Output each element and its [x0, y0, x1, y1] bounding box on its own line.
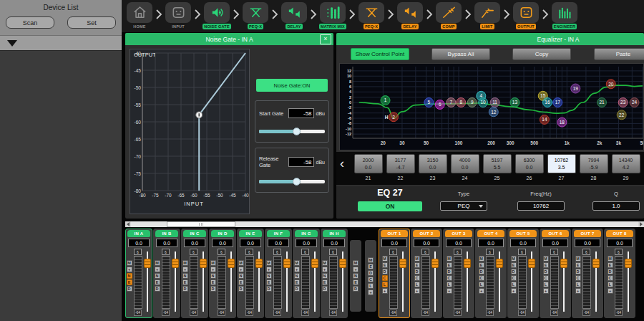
- channel-fader[interactable]: [200, 249, 208, 315]
- channel-button-d[interactable]: D: [608, 269, 613, 274]
- channel-button-e[interactable]: E: [353, 279, 358, 285]
- channel-fader[interactable]: [339, 249, 347, 315]
- channel-button-l[interactable]: L: [608, 282, 613, 287]
- channel-button-m[interactable]: M: [210, 260, 216, 266]
- band-cell[interactable]: 143404.2: [612, 154, 640, 173]
- channel-gain-value[interactable]: 0.0: [575, 239, 600, 247]
- channel-button-m[interactable]: M: [608, 256, 613, 262]
- eq-control-point-12[interactable]: 12: [489, 107, 498, 117]
- eq-control-point-21[interactable]: 21: [597, 98, 607, 107]
- eq-band-27[interactable]: 107623.527: [545, 154, 577, 181]
- channel-button-d[interactable]: D: [322, 286, 328, 292]
- channel-button-e[interactable]: E: [182, 279, 188, 285]
- channel-button-+[interactable]: +: [182, 267, 188, 272]
- channel-strip-out-5[interactable]: OUT 50.0MEDCL+6-64: [507, 229, 539, 318]
- channel-strip-in-b[interactable]: IN B0.0M+NED6-64: [153, 229, 180, 318]
- channel-button-l[interactable]: L: [479, 282, 484, 287]
- channel-button-m[interactable]: M: [543, 256, 549, 262]
- type-dropdown[interactable]: PEQ: [440, 201, 487, 211]
- eq-control-point-14[interactable]: 14: [540, 115, 549, 124]
- channel-button-e[interactable]: E: [382, 262, 388, 268]
- band-cell[interactable]: 51975.5: [483, 154, 512, 173]
- fader-thumb[interactable]: [255, 259, 263, 268]
- freq-field[interactable]: 10762: [517, 201, 565, 211]
- channel-button-c[interactable]: C: [479, 275, 484, 281]
- channel-button-e[interactable]: E: [294, 279, 300, 285]
- channel-button-d[interactable]: D: [382, 269, 388, 274]
- channel-button-e[interactable]: E: [608, 262, 613, 268]
- channel-button-n[interactable]: N: [322, 273, 328, 279]
- channel-button-m[interactable]: M: [479, 256, 484, 262]
- band-cell[interactable]: 7994-5.9: [580, 154, 608, 173]
- fader-thumb[interactable]: [592, 259, 600, 268]
- channel-gain-value[interactable]: 0.0: [607, 239, 633, 247]
- channel-strip-in-g[interactable]: IN G0.0M+NED6-64: [293, 229, 320, 318]
- meter-scrollbar[interactable]: [125, 221, 644, 227]
- nav-item-input[interactable]: INPUT: [163, 0, 193, 29]
- channel-button-c[interactable]: C: [543, 275, 549, 281]
- channel-strip-out-7[interactable]: OUT 70.0MEDCL+6-64: [572, 229, 603, 318]
- eq-band-26[interactable]: 63000.026: [513, 154, 545, 181]
- eq-control-point-8[interactable]: 8: [457, 98, 466, 107]
- nav-item-noise-gate[interactable]: NOISE GATE: [202, 0, 232, 29]
- eq-band-23[interactable]: 31500.023: [416, 154, 449, 181]
- channel-button-l[interactable]: L: [382, 282, 388, 287]
- release-gate-slider[interactable]: [259, 180, 325, 183]
- channel-fader[interactable]: [528, 249, 536, 315]
- channel-fader[interactable]: [172, 249, 180, 315]
- band-scroll-left-icon[interactable]: ‹: [340, 157, 344, 170]
- eq-control-point-13[interactable]: 13: [510, 98, 519, 107]
- channel-button-m[interactable]: M: [447, 256, 452, 262]
- channel-fader[interactable]: [431, 249, 439, 315]
- channel-button-l[interactable]: L: [575, 282, 581, 287]
- channel-button-m[interactable]: M: [511, 256, 517, 262]
- channel-button-e[interactable]: E: [155, 279, 160, 285]
- channel-button-+[interactable]: +: [543, 288, 549, 294]
- eq-control-point-5[interactable]: 5: [424, 98, 434, 107]
- channel-button-+[interactable]: +: [266, 267, 272, 272]
- scroll-left-arrow-icon[interactable]: [125, 221, 131, 227]
- nav-item-peq-x-in[interactable]: PEQ-X: [240, 0, 270, 29]
- channel-button-e[interactable]: E: [447, 262, 452, 268]
- bypass-all-button[interactable]: Bypass All: [431, 48, 490, 60]
- scan-button[interactable]: Scan: [6, 16, 54, 29]
- eq-control-point-2[interactable]: 2H: [385, 112, 399, 122]
- channel-button-+[interactable]: +: [447, 288, 452, 294]
- channel-button-c[interactable]: C: [511, 275, 517, 281]
- band-cell[interactable]: 107623.5: [547, 154, 576, 173]
- channel-button-d[interactable]: D: [479, 269, 484, 274]
- channel-button-m[interactable]: M: [294, 260, 300, 266]
- channel-gain-value[interactable]: 0.0: [323, 239, 345, 247]
- channel-button-e[interactable]: E: [479, 262, 484, 268]
- fader-thumb[interactable]: [399, 259, 406, 268]
- eq-control-point-23[interactable]: 23: [618, 98, 628, 107]
- channel-strip-in-h[interactable]: IN H0.0M+NED6-64: [321, 229, 348, 318]
- channel-strip-out-6[interactable]: OUT 60.0MEDCL+6-64: [540, 229, 571, 318]
- channel-button-c[interactable]: C: [368, 277, 374, 282]
- nav-item-peq-x-out[interactable]: PEQ-X: [356, 0, 386, 29]
- eq-control-point-22[interactable]: 22: [617, 110, 626, 120]
- channel-gain-value[interactable]: 0.0: [446, 239, 472, 247]
- channel-gain-value[interactable]: 0.0: [268, 239, 289, 247]
- eq-band-24[interactable]: 40000.024: [449, 154, 481, 181]
- eq-band-25[interactable]: 51975.525: [481, 154, 513, 181]
- channel-gain-value[interactable]: 0.0: [156, 239, 177, 247]
- channel-fader[interactable]: [283, 249, 291, 315]
- start-gate-value[interactable]: -58: [288, 108, 314, 118]
- eq-control-point-17[interactable]: 17: [553, 98, 562, 107]
- fader-thumb[interactable]: [625, 259, 632, 268]
- nav-item-delay-out[interactable]: DELAY: [395, 0, 425, 29]
- band-cell[interactable]: 31500.0: [419, 154, 447, 173]
- channel-button-n[interactable]: N: [127, 273, 132, 279]
- fader-thumb[interactable]: [228, 259, 235, 268]
- eq-band-22[interactable]: 3177-4.722: [384, 154, 416, 181]
- channel-button-m[interactable]: M: [368, 257, 374, 263]
- nav-item-matrix-mix[interactable]: MATRIX MIX: [318, 0, 348, 29]
- channel-gain-value[interactable]: 0.0: [381, 239, 407, 247]
- channel-button-n[interactable]: N: [294, 273, 300, 279]
- channel-fader[interactable]: [560, 249, 568, 315]
- channel-button-d[interactable]: D: [294, 286, 300, 292]
- channel-fader[interactable]: [464, 249, 472, 315]
- start-gate-slider-thumb[interactable]: [293, 128, 301, 135]
- band-cell[interactable]: 20000.0: [354, 154, 383, 173]
